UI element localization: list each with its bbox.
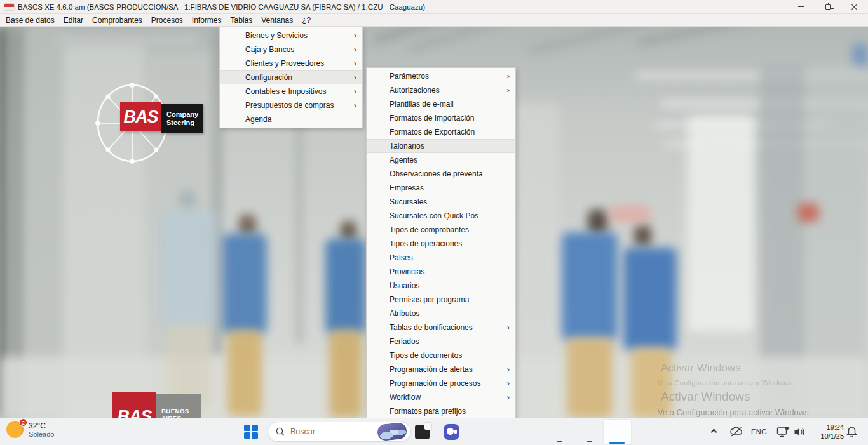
weather-widget[interactable]: 2 32°C Soleado [6, 421, 54, 438]
menu-item[interactable]: Workflow [367, 390, 515, 404]
menu-item-label: Bienes y Servicios [245, 31, 308, 40]
background-blob [227, 330, 262, 416]
windows-logo-icon [252, 425, 258, 431]
buenos-aires-label: BUENOS AIRES [156, 394, 201, 418]
menu-item[interactable]: Tipos de comprobantes [367, 223, 515, 237]
background-blob [688, 116, 754, 331]
background-blob [239, 215, 256, 236]
weather-text: 32°C Soleado [29, 422, 54, 438]
tray-date: 10/1/25 [808, 432, 844, 441]
restore-button[interactable] [815, 0, 841, 14]
menu-bar-item[interactable]: ¿? [297, 15, 315, 26]
speaker-icon[interactable] [794, 427, 806, 437]
menu-item-label: Talonarios [390, 142, 424, 150]
menu-item[interactable]: Sucursales con Quick Pos [367, 209, 515, 223]
window-controls [788, 0, 868, 14]
menu-item[interactable]: Configuración [220, 70, 362, 84]
menu-item-label: Workflow [390, 393, 421, 402]
menu-item[interactable]: Empresas [367, 181, 515, 195]
search-box[interactable]: Buscar [268, 422, 411, 442]
chevron-right-icon [354, 72, 356, 82]
menu-item[interactable]: Autorizaciones [367, 83, 515, 97]
menu-item[interactable]: Observaciones de preventa [367, 167, 515, 181]
menu-item[interactable]: Bienes y Servicios [220, 29, 362, 43]
menu-item[interactable]: Países [367, 251, 515, 265]
restore-icon [825, 4, 831, 10]
menu-item[interactable]: Presupuestos de compras [220, 98, 362, 112]
minimize-button[interactable] [788, 0, 815, 14]
menu-bar-item[interactable]: Editar [59, 15, 88, 26]
menu-item[interactable]: Agentes [367, 153, 515, 167]
menu-item[interactable]: Provincias [367, 265, 515, 279]
menu-item[interactable]: Tipos de documentos [367, 349, 515, 362]
close-button[interactable] [841, 0, 868, 14]
background-blob [562, 232, 618, 340]
background-blob [160, 209, 219, 327]
background-blob [179, 190, 196, 209]
menu-item[interactable]: Formatos de Exportación [367, 125, 515, 139]
menu-bar-item[interactable]: Informes [187, 15, 226, 26]
chevron-right-icon [507, 71, 510, 81]
background-blob [797, 203, 819, 222]
menu-item-label: Observaciones de preventa [390, 169, 483, 178]
menu-bar-item[interactable]: Ventanas [257, 15, 297, 26]
background-blob [222, 234, 267, 334]
menu-item[interactable]: Usuarios [367, 279, 515, 293]
menu-item[interactable]: Caja y Bancos [220, 43, 362, 56]
windows-logo-icon [244, 432, 250, 439]
menu-item[interactable]: Tablas de bonificaciones [367, 321, 515, 335]
taskbar-app-indicator[interactable] [557, 441, 562, 442]
bas-logo: BAS [120, 102, 161, 131]
menu-item[interactable]: Programación de alertas [367, 362, 515, 376]
dark-app-icon[interactable] [415, 425, 430, 439]
language-indicator[interactable]: ENG [751, 428, 767, 435]
taskbar: 2 32°C Soleado Buscar [0, 418, 868, 445]
onedrive-cloud-icon[interactable] [729, 427, 743, 437]
chevron-right-icon [507, 392, 510, 402]
steering-text: Steering [166, 119, 203, 127]
chat-app-icon[interactable] [444, 424, 459, 440]
chevron-right-icon [354, 44, 356, 54]
menu-item[interactable]: Plantillas de e-mail [367, 97, 515, 111]
menu-item[interactable]: Sucursales [367, 195, 515, 209]
menu-item[interactable]: Programación de procesos [367, 376, 515, 390]
menu-item[interactable]: Permisos por programa [367, 293, 515, 307]
menu-item[interactable]: Clientes y Proveedores [220, 56, 362, 70]
tray-time: 19:24 [808, 423, 844, 432]
search-highlight-icon[interactable] [377, 422, 407, 442]
menu-item[interactable]: Parámetros [367, 69, 515, 83]
chevron-right-icon [354, 100, 356, 110]
taskbar-app-indicator[interactable] [587, 441, 592, 442]
background-blob [567, 338, 613, 418]
clock-widget[interactable]: 19:24 10/1/25 [808, 423, 844, 441]
taskbar-active-app-button[interactable] [604, 420, 631, 444]
menu-bar-item[interactable]: Comprobantes [88, 15, 147, 26]
start-button[interactable] [244, 425, 259, 439]
menu-bar-item[interactable]: Procesos [147, 15, 187, 26]
tray-chevron-up-icon[interactable] [711, 429, 717, 435]
menu-item[interactable]: Formatos de Importación [367, 111, 515, 125]
close-icon [851, 3, 858, 11]
menu-bar-item[interactable]: Base de datos [1, 15, 59, 26]
menu-bar-item[interactable]: Tablas [226, 15, 257, 26]
notification-bell-icon[interactable] [846, 426, 857, 438]
buenos-text: BUENOS [161, 408, 201, 415]
company-text: Company [166, 110, 203, 119]
menu-item[interactable]: Feriados [367, 335, 515, 349]
menu-item[interactable]: Tipos de operaciones [367, 237, 515, 251]
menu-item[interactable]: Formatos para prefijos [367, 404, 515, 418]
bas-buenos-aires-logo: BAS [112, 392, 156, 418]
network-monitor-icon[interactable] [776, 426, 789, 438]
activate-windows-watermark: Activar Windows [661, 390, 750, 404]
menu-item-label: Usuarios [390, 281, 419, 290]
menu-item[interactable]: Talonarios [367, 139, 515, 153]
background-blob [588, 209, 607, 234]
menu-item[interactable]: Atributos [367, 307, 515, 321]
tablas-dropdown-menu: Bienes y Servicios Caja y Bancos Cliente… [219, 27, 363, 128]
menu-item-label: Formatos para prefijos [390, 407, 466, 416]
menu-item-label: Configuración [245, 73, 292, 82]
bas-bottom-text: BAS [117, 409, 151, 418]
menu-item[interactable]: Agenda [220, 112, 362, 126]
menu-item[interactable]: Contables e Impositivos [220, 84, 362, 98]
search-placeholder: Buscar [290, 427, 315, 436]
